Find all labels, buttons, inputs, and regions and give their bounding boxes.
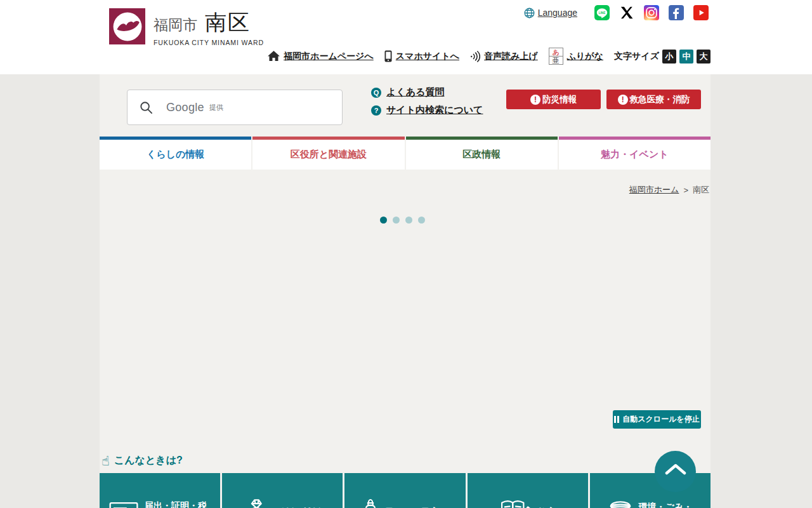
alert-icon: ! xyxy=(530,95,540,105)
carousel-dot-4[interactable] xyxy=(418,217,425,224)
mobile-site-nav-item: スマホサイトへ xyxy=(384,50,459,62)
language-link[interactable]: Language xyxy=(538,8,577,18)
tab-ward-office-facilities[interactable]: 区役所と関連施設 xyxy=(252,137,404,170)
faq-link[interactable]: よくある質問 xyxy=(386,86,444,98)
facebook-icon[interactable] xyxy=(669,5,684,20)
city-home-link[interactable]: 福岡市ホームページへ xyxy=(284,51,374,62)
mobile-site-link[interactable]: スマホサイトへ xyxy=(396,51,459,62)
about-search-quick-link: ? サイト内検索について xyxy=(371,104,483,116)
emergency-medical-label: 救急医療・消防 xyxy=(630,94,690,105)
faq-quick-link: Q よくある質問 xyxy=(371,86,483,98)
breadcrumb-current: 南区 xyxy=(693,184,709,196)
tab-ward-administration[interactable]: 区政情報 xyxy=(406,137,558,170)
text-size-label: 文字サイズ xyxy=(614,51,659,62)
carousel-dot-2[interactable] xyxy=(393,217,400,224)
faq-q-icon: Q xyxy=(371,88,381,98)
book-pencil-icon xyxy=(500,499,532,508)
carousel-dot-1[interactable] xyxy=(380,217,387,224)
text-size-control: 文字サイズ 小 中 大 xyxy=(614,50,710,64)
category-label: 環境・ごみ・ xyxy=(639,501,693,508)
instagram-icon[interactable] xyxy=(644,5,659,20)
logo-ward: 南区 xyxy=(205,8,251,37)
quick-links: Q よくある質問 ? サイト内検索について xyxy=(371,86,483,116)
emergency-medical-button[interactable]: ! 救急医療・消防 xyxy=(606,90,701,109)
svg-text:LINE: LINE xyxy=(599,11,605,15)
site-logo[interactable]: 福岡市 南区 FUKUOKA CITY MINAMI WARD xyxy=(109,8,264,46)
category-label: 届出・証明・税金 xyxy=(145,500,211,508)
topbar: Language LINE xyxy=(524,5,709,20)
logo-text: 福岡市 南区 FUKUOKA CITY MINAMI WARD xyxy=(154,8,264,46)
autoscroll-stop-button[interactable]: 自動スクロールを停止 xyxy=(613,410,701,429)
text-size-medium-button[interactable]: 中 xyxy=(679,50,693,64)
language-switcher: Language xyxy=(524,8,577,18)
pause-icon xyxy=(614,416,619,423)
category-label: 教育 xyxy=(538,506,556,508)
autoscroll-stop-label: 自動スクロールを停止 xyxy=(622,414,699,425)
main-content: Google 提供 Q よくある質問 ? サイト内検索について ! 防災情報 !… xyxy=(100,74,710,508)
pointing-hand-icon: ☝ xyxy=(102,454,110,467)
line-icon[interactable]: LINE xyxy=(594,5,610,20)
category-label: 結婚・離婚 xyxy=(277,506,321,508)
category-marriage-divorce[interactable]: 結婚・離婚 xyxy=(222,473,343,508)
category-boxes: 届出・証明・税金 結婚・離婚 xyxy=(100,473,710,508)
category-children-childcare[interactable]: 子ども・子育て xyxy=(344,473,465,508)
tab-living-info[interactable]: くらしの情報 xyxy=(100,137,251,170)
speaker-waves-icon xyxy=(470,51,480,62)
youtube-icon[interactable] xyxy=(693,5,709,20)
search-icon xyxy=(140,101,153,114)
about-site-search-link[interactable]: サイト内検索について xyxy=(386,104,483,116)
furigana-icon: あ 亜 xyxy=(549,48,563,65)
search-provider-label: Google xyxy=(166,101,204,114)
ring-icon xyxy=(244,498,270,508)
city-home-nav-item: 福岡市ホームページへ xyxy=(268,51,374,62)
disaster-info-button[interactable]: ! 防災情報 xyxy=(506,90,601,109)
site-search-input[interactable]: Google 提供 xyxy=(127,90,343,125)
main-tabs: くらしの情報 区役所と関連施設 区政情報 魅力・イベント xyxy=(100,137,710,170)
chevron-up-icon xyxy=(665,464,686,475)
x-twitter-icon[interactable] xyxy=(619,5,634,20)
carousel-dot-3[interactable] xyxy=(405,217,412,224)
category-education[interactable]: 教育 xyxy=(468,473,588,508)
search-provided-label: 提供 xyxy=(209,103,223,112)
scroll-to-top-button[interactable] xyxy=(655,451,696,492)
category-certificates-taxes[interactable]: 届出・証明・税金 xyxy=(100,473,220,508)
breadcrumb-home-link[interactable]: 福岡市ホーム xyxy=(629,184,679,196)
tab-attractions-events[interactable]: 魅力・イベント xyxy=(559,137,710,170)
certificate-card-icon xyxy=(109,500,138,508)
furigana-nav-item: あ 亜 ふりがな xyxy=(549,48,603,65)
text-size-small-button[interactable]: 小 xyxy=(662,50,676,64)
question-mark-icon: ? xyxy=(371,105,381,116)
situations-heading-label: こんなときは? xyxy=(114,454,183,467)
text-size-large-button[interactable]: 大 xyxy=(697,50,710,64)
breadcrumb: 福岡市ホーム > 南区 xyxy=(629,184,709,196)
home-icon xyxy=(268,51,280,62)
fukuoka-wave-logo-icon xyxy=(109,8,145,44)
breadcrumb-separator: > xyxy=(683,185,688,195)
situations-heading: ☝ こんなときは? xyxy=(102,454,183,467)
category-label: 子ども・子育て xyxy=(385,506,448,508)
trash-bin-icon xyxy=(608,498,632,508)
utility-nav: 福岡市ホームページへ スマホサイトへ xyxy=(268,48,710,65)
disaster-info-label: 防災情報 xyxy=(542,94,577,105)
speech-nav-item: 音声読み上げ xyxy=(470,51,538,62)
speech-readout-link[interactable]: 音声読み上げ xyxy=(484,51,538,62)
alert-icon: ! xyxy=(618,95,628,105)
site-header: 福岡市 南区 FUKUOKA CITY MINAMI WARD Language xyxy=(0,0,812,74)
baby-bottle-icon xyxy=(362,498,379,508)
smartphone-icon xyxy=(384,50,392,62)
furigana-link[interactable]: ふりがな xyxy=(567,51,603,62)
globe-icon xyxy=(524,8,535,18)
page: 福岡市 南区 FUKUOKA CITY MINAMI WARD Language xyxy=(0,0,812,508)
carousel-dots xyxy=(380,217,425,224)
logo-city: 福岡市 xyxy=(154,15,197,35)
logo-subtitle: FUKUOKA CITY MINAMI WARD xyxy=(154,39,264,46)
